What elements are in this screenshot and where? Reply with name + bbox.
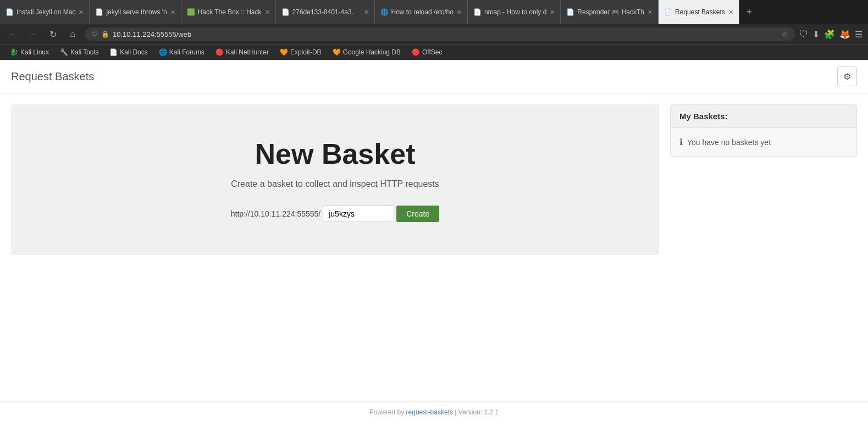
bookmark-kali-linux[interactable]: 🐉 Kali Linux xyxy=(5,47,53,58)
address-input-wrap[interactable]: 🛡 🔒 ☆ xyxy=(85,27,795,41)
tab-favicon-5: 🌐 xyxy=(380,8,389,16)
tab-install-jekyll[interactable]: 📄 Install Jekyll on Mac ✕ xyxy=(0,0,90,24)
page-footer: Powered by request-baskets | Version: 1.… xyxy=(0,401,868,423)
my-baskets-header: My Baskets: xyxy=(671,105,856,128)
profile-icon[interactable]: 🦊 xyxy=(839,29,850,40)
back-button[interactable]: ← xyxy=(5,29,21,39)
tab-close-6[interactable]: ✕ xyxy=(550,9,555,16)
home-button[interactable]: ⌂ xyxy=(65,29,80,39)
shield-icon: 🔒 xyxy=(101,30,109,38)
settings-button[interactable]: ⚙ xyxy=(837,67,857,86)
exploit-db-icon: 🧡 xyxy=(280,48,288,56)
kali-tools-icon: 🔧 xyxy=(60,48,68,56)
my-baskets-body: ℹ You have no baskets yet xyxy=(671,128,856,156)
bookmark-offsec[interactable]: 🔴 OffSec xyxy=(407,47,446,58)
tab-label-5: How to reload /etc/ho xyxy=(391,8,454,16)
my-baskets-panel: My Baskets: ℹ You have no baskets yet xyxy=(670,104,857,157)
bookmark-kali-forums-label: Kali Forums xyxy=(169,48,204,56)
tab-label-3: Hack The Box :: Hack xyxy=(198,8,262,16)
tab-favicon-3: 🟩 xyxy=(187,8,195,16)
tab-close-1[interactable]: ✕ xyxy=(79,9,84,16)
tab-close-3[interactable]: ✕ xyxy=(265,9,270,16)
tab-label-7: Responder 🎮 HackTh xyxy=(577,8,644,16)
bookmark-kali-nethunter[interactable]: 🔴 Kali NetHunter xyxy=(211,47,273,58)
tab-label-1: Install Jekyll on Mac xyxy=(16,8,75,16)
tab-favicon-6: 📄 xyxy=(473,8,482,16)
menu-icon[interactable]: ☰ xyxy=(855,29,863,40)
powered-by-text: Powered by xyxy=(369,408,406,416)
bookmark-star-icon[interactable]: ☆ xyxy=(781,30,788,38)
tab-hackthebox[interactable]: 🟩 Hack The Box :: Hack ✕ xyxy=(181,0,276,24)
bookmark-kali-tools[interactable]: 🔧 Kali Tools xyxy=(56,47,103,58)
tab-favicon-8: 📄 xyxy=(664,8,672,16)
lock-icon: 🛡 xyxy=(91,30,98,38)
page-content: Request Baskets ⚙ New Basket Create a ba… xyxy=(0,60,868,423)
sidebar: My Baskets: ℹ You have no baskets yet xyxy=(670,104,857,157)
tab-label-8: Request Baskets xyxy=(675,8,725,16)
bookmark-google-hacking-label: Google Hacking DB xyxy=(343,48,401,56)
tab-label-4: 276de133-8401-4a33-9d xyxy=(292,8,361,16)
page-spacer xyxy=(0,334,868,401)
bookmark-kali-linux-label: Kali Linux xyxy=(20,48,49,56)
offsec-icon: 🔴 xyxy=(412,48,420,56)
kali-nethunter-icon: 🔴 xyxy=(215,48,224,56)
app-title: Request Baskets xyxy=(11,70,94,83)
bookmark-offsec-label: OffSec xyxy=(422,48,442,56)
tab-label-2: jekyll serve throws 'n xyxy=(106,8,167,16)
tab-favicon-2: 📄 xyxy=(95,8,103,16)
extension-icon[interactable]: 🧩 xyxy=(824,29,835,40)
tab-276de133[interactable]: 📄 276de133-8401-4a33-9d ✕ xyxy=(276,0,375,24)
toolbar-icons: 🛡 ⬇ 🧩 🦊 ☰ xyxy=(799,29,863,40)
gear-icon: ⚙ xyxy=(843,71,851,82)
tab-favicon-4: 📄 xyxy=(281,8,290,16)
bookmark-kali-tools-label: Kali Tools xyxy=(70,48,98,56)
tab-responder[interactable]: 📄 Responder 🎮 HackTh ✕ xyxy=(561,0,659,24)
google-hacking-icon: 🧡 xyxy=(333,48,341,56)
no-baskets-text: You have no baskets yet xyxy=(687,138,771,147)
kali-linux-icon: 🐉 xyxy=(10,48,18,56)
tab-jekyll-serve[interactable]: 📄 jekyll serve throws 'n ✕ xyxy=(90,0,181,24)
info-icon: ℹ xyxy=(679,137,683,147)
bookmarks-bar: 🐉 Kali Linux 🔧 Kali Tools 📄 Kali Docs 🌐 … xyxy=(0,44,868,60)
request-baskets-link[interactable]: request-baskets xyxy=(406,408,453,416)
tab-close-4[interactable]: ✕ xyxy=(364,9,369,16)
tab-reload-etc[interactable]: 🌐 How to reload /etc/ho ✕ xyxy=(375,0,468,24)
bookmark-kali-docs-label: Kali Docs xyxy=(120,48,148,56)
tab-request-baskets[interactable]: 📄 Request Baskets ✕ xyxy=(659,0,739,24)
tab-close-2[interactable]: ✕ xyxy=(170,9,175,16)
basket-name-input[interactable] xyxy=(323,206,394,222)
bookmark-kali-docs[interactable]: 📄 Kali Docs xyxy=(105,47,152,58)
bookmark-google-hacking[interactable]: 🧡 Google Hacking DB xyxy=(328,47,405,58)
bookmark-exploit-db[interactable]: 🧡 Exploit-DB xyxy=(275,47,326,58)
new-tab-button[interactable]: + xyxy=(739,0,759,24)
bookmark-exploit-db-label: Exploit-DB xyxy=(290,48,322,56)
tab-label-6: nmap - How to only d xyxy=(484,8,546,16)
hero-title: New Basket xyxy=(255,137,416,170)
tab-close-8[interactable]: ✕ xyxy=(728,9,733,16)
address-input[interactable] xyxy=(113,30,778,38)
bookmark-kali-forums[interactable]: 🌐 Kali Forums xyxy=(154,47,209,58)
download-icon[interactable]: ⬇ xyxy=(812,29,820,40)
address-bar: ← → ↻ ⌂ 🛡 🔒 ☆ 🛡 ⬇ 🧩 🦊 ☰ xyxy=(0,24,868,44)
bookmark-kali-nethunter-label: Kali NetHunter xyxy=(226,48,269,56)
app-header: Request Baskets ⚙ xyxy=(0,60,868,93)
tab-close-5[interactable]: ✕ xyxy=(457,9,462,16)
tab-nmap[interactable]: 📄 nmap - How to only d ✕ xyxy=(468,0,561,24)
reload-button[interactable]: ↻ xyxy=(45,29,60,40)
tab-favicon-7: 📄 xyxy=(566,8,574,16)
kali-docs-icon: 📄 xyxy=(109,48,118,56)
no-baskets-message: ℹ You have no baskets yet xyxy=(679,137,848,147)
basket-url-prefix: http://10.10.11.224:55555/ xyxy=(231,209,320,218)
shield-toolbar-icon: 🛡 xyxy=(799,29,808,39)
tab-favicon-1: 📄 xyxy=(5,8,14,16)
browser-chrome: 📄 Install Jekyll on Mac ✕ 📄 jekyll serve… xyxy=(0,0,868,60)
tab-close-7[interactable]: ✕ xyxy=(648,9,653,16)
basket-form: http://10.10.11.224:55555/ Create xyxy=(231,206,440,222)
tab-bar: 📄 Install Jekyll on Mac ✕ 📄 jekyll serve… xyxy=(0,0,868,24)
forward-button[interactable]: → xyxy=(25,29,41,39)
version-text: | Version: 1.2.1 xyxy=(453,408,499,416)
main-layout: New Basket Create a basket to collect an… xyxy=(0,93,868,334)
hero-card: New Basket Create a basket to collect an… xyxy=(11,104,659,255)
create-button[interactable]: Create xyxy=(396,206,439,222)
kali-forums-icon: 🌐 xyxy=(159,48,167,56)
